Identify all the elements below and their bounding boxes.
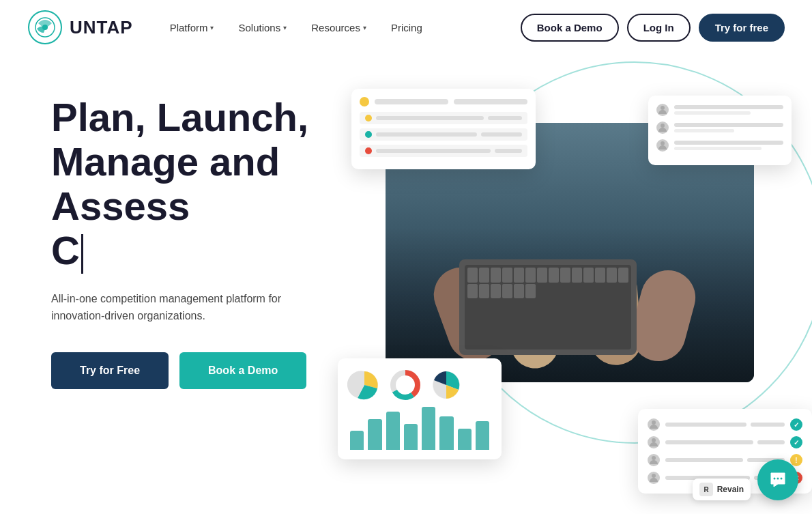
- status-avatar-2: [648, 436, 660, 448]
- chat-widget[interactable]: [757, 459, 798, 500]
- input-icon-2: [365, 131, 372, 138]
- avatar-2: [656, 122, 669, 134]
- people-row-2: [656, 122, 783, 134]
- logo-link[interactable]: UNTAP: [27, 10, 133, 45]
- status-avatar-4: [648, 472, 660, 484]
- svg-point-18: [774, 478, 776, 480]
- nav-links: Platform ▾ Solutions ▾ Resources ▾ Prici…: [160, 16, 521, 39]
- input-line-1: [376, 116, 484, 120]
- card-line-1: [375, 99, 448, 104]
- status-line-1b: [751, 423, 785, 427]
- book-demo-button[interactable]: Book a Demo: [521, 14, 619, 42]
- navbar: UNTAP Platform ▾ Solutions ▾ Resources ▾…: [0, 0, 812, 55]
- bar-chart: [347, 402, 492, 450]
- svg-point-2: [42, 25, 48, 30]
- avatar-3: [656, 139, 669, 152]
- nav-platform[interactable]: Platform ▾: [160, 16, 224, 39]
- revain-label: Revain: [717, 485, 744, 494]
- svg-point-19: [777, 478, 779, 480]
- status-line-2b: [757, 440, 785, 444]
- people-line-2a: [674, 123, 783, 127]
- ui-card-people: [648, 96, 792, 165]
- bar-7: [458, 429, 472, 451]
- input-line-6: [495, 149, 522, 153]
- svg-point-20: [781, 478, 783, 480]
- nav-actions: Book a Demo Log In Try for free: [521, 14, 785, 42]
- nav-pricing[interactable]: Pricing: [381, 16, 432, 39]
- bar-4: [404, 424, 418, 451]
- text-cursor: [81, 234, 83, 274]
- svg-text:R: R: [704, 486, 709, 494]
- revain-badge[interactable]: R Revain: [693, 479, 751, 500]
- status-line-2: [665, 440, 753, 444]
- people-line-2b: [674, 129, 734, 132]
- input-icon-3: [365, 147, 372, 154]
- try-for-free-button[interactable]: Try for Free: [51, 352, 169, 389]
- svg-point-13: [652, 438, 656, 442]
- people-row-1: [656, 104, 783, 116]
- card-input-1: [360, 112, 527, 124]
- check-icon-1: ✓: [790, 418, 802, 431]
- svg-point-15: [652, 474, 656, 478]
- status-avatar-3: [648, 454, 660, 466]
- login-button[interactable]: Log In: [627, 14, 691, 42]
- hero-section: Plan, Launch, Manage and Assess C All-in…: [0, 55, 812, 514]
- resources-chevron-icon: ▾: [363, 24, 366, 31]
- bar-2: [368, 419, 381, 451]
- bar-5: [422, 407, 435, 450]
- hero-left: Plan, Launch, Manage and Assess C All-in…: [51, 82, 365, 389]
- pie-area: [347, 368, 492, 402]
- svg-point-10: [398, 378, 412, 392]
- bar-6: [439, 416, 453, 450]
- people-line-3b: [674, 147, 762, 150]
- hero-right: ✓ ✓ !: [365, 82, 785, 514]
- people-line-1b: [674, 111, 751, 115]
- input-line-4: [481, 132, 522, 137]
- bar-3: [386, 412, 400, 450]
- brand-name: UNTAP: [70, 17, 133, 38]
- svg-point-14: [652, 456, 656, 460]
- people-line-1a: [674, 105, 783, 109]
- status-line-3: [665, 458, 743, 462]
- hero-buttons: Try for Free Book a Demo: [51, 352, 365, 389]
- input-icon-1: [365, 115, 372, 122]
- card-input-2: [360, 128, 527, 141]
- status-line-1: [665, 423, 746, 427]
- svg-point-3: [661, 106, 665, 110]
- book-a-demo-button[interactable]: Book a Demo: [179, 352, 306, 389]
- svg-point-4: [661, 124, 665, 128]
- status-row-1: ✓: [648, 418, 802, 431]
- people-row-3: [656, 139, 783, 152]
- solutions-chevron-icon: ▾: [283, 24, 287, 31]
- input-line-2: [488, 116, 522, 120]
- hero-subtitle: All-in-one competition management platfo…: [51, 290, 310, 325]
- people-line-3a: [674, 141, 783, 145]
- card-line-2: [454, 99, 527, 104]
- status-row-2: ✓: [648, 436, 802, 448]
- svg-point-5: [661, 141, 665, 145]
- revain-icon: R: [699, 483, 713, 496]
- pie-chart-3: [429, 368, 463, 402]
- check-icon-2: ✓: [790, 436, 802, 448]
- input-line-5: [376, 149, 491, 153]
- svg-point-12: [652, 420, 656, 425]
- hero-title: Plan, Launch, Manage and Assess C: [51, 96, 365, 274]
- logo-icon: [27, 10, 63, 45]
- donut-chart: [388, 368, 422, 402]
- card-row-1: [360, 97, 527, 106]
- try-free-nav-button[interactable]: Try for free: [699, 14, 785, 42]
- status-avatar-1: [648, 418, 660, 431]
- input-line-3: [376, 132, 477, 137]
- nav-solutions[interactable]: Solutions ▾: [229, 16, 296, 39]
- bar-1: [350, 431, 364, 450]
- chat-icon: [768, 470, 787, 489]
- card-input-3: [360, 145, 527, 157]
- avatar-1: [656, 104, 669, 116]
- bar-8: [476, 421, 489, 450]
- platform-chevron-icon: ▾: [210, 24, 214, 31]
- nav-resources[interactable]: Resources ▾: [302, 16, 376, 39]
- ui-card-form: [351, 89, 536, 169]
